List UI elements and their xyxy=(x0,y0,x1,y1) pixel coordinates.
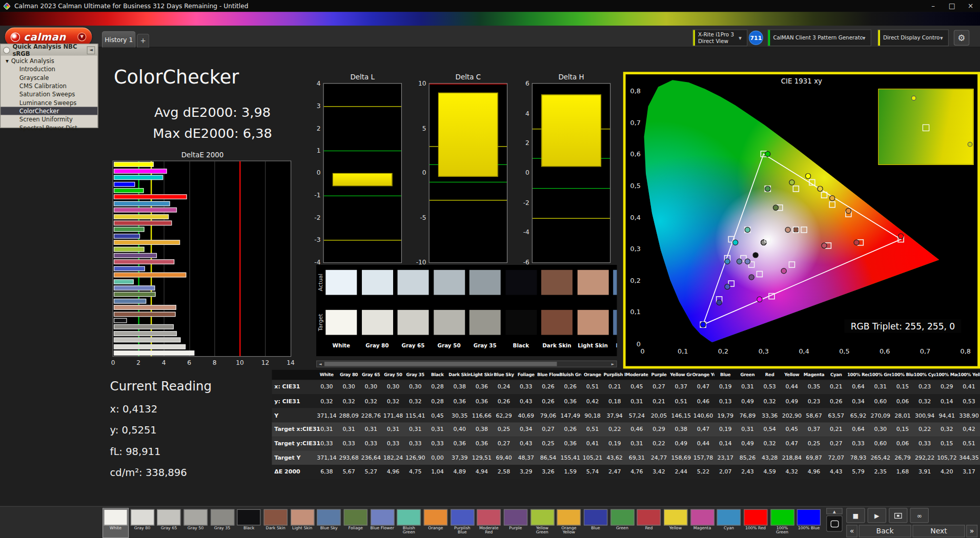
sidebar-item-introduction[interactable]: Introduction xyxy=(1,65,97,73)
pattern-swatch-gray-80[interactable]: Gray 80 xyxy=(130,509,155,537)
pattern-swatch-purplish-blue[interactable]: Purplish Blue xyxy=(450,509,475,537)
table-cell: 0,54 xyxy=(759,426,781,432)
pattern-generator-select[interactable]: CalMAN Client 3 Pattern Generator ▼ xyxy=(767,29,871,46)
measured-point-light-skin xyxy=(785,227,790,232)
compare-scrollbar[interactable]: ◄ ► xyxy=(316,361,617,367)
pin-icon[interactable] xyxy=(3,47,10,53)
table-cell: 265,42 xyxy=(869,454,891,461)
table-cell: 4,96 xyxy=(803,469,825,475)
table-cell: 0,15 xyxy=(891,384,913,390)
pattern-swatch-purple[interactable]: Purple xyxy=(503,509,528,537)
pattern-swatch-yellow-green[interactable]: Yellow Green xyxy=(529,509,555,537)
maximize-button[interactable]: □ xyxy=(943,0,962,12)
pattern-swatch-yellow[interactable]: Yellow xyxy=(663,509,688,537)
settings-button[interactable]: ⚙ xyxy=(954,30,969,46)
column-header: Bluish Green xyxy=(559,373,581,378)
delta-c-plot xyxy=(429,83,508,263)
pattern-swatch-blue[interactable]: Blue xyxy=(583,509,608,537)
axis-tick-label: 0,7 xyxy=(627,118,641,126)
pattern-swatch-100-blue[interactable]: 100% Blue xyxy=(797,509,822,537)
pattern-swatch-blue-sky[interactable]: Blue Sky xyxy=(316,509,341,537)
meter-select[interactable]: X-Rite i1Pro 3 Direct View ▼ xyxy=(692,29,747,46)
column-header: Yellow xyxy=(781,373,803,378)
tab-history-1[interactable]: History 1 xyxy=(102,31,136,48)
table-cell: 48,37 xyxy=(515,454,537,461)
swatch-color xyxy=(584,509,607,526)
swatch-color xyxy=(610,509,634,526)
sidebar-item-grayscale[interactable]: Grayscale xyxy=(1,73,97,81)
table-cell: 3,42 xyxy=(648,469,670,475)
snapshot-button[interactable] xyxy=(889,508,908,523)
pattern-swatch-foliage[interactable]: Foliage xyxy=(343,509,368,537)
table-cell: 4,43 xyxy=(825,469,847,475)
pattern-swatch-green[interactable]: Green xyxy=(610,509,635,537)
sidebar-item-cms-calibration[interactable]: CMS Calibration xyxy=(1,81,97,90)
pattern-swatch-bluish-green[interactable]: Bluish Green xyxy=(396,509,421,537)
measured-point-purple xyxy=(749,275,754,280)
deltae-x-axis: 02468101214 xyxy=(112,359,292,367)
table-cell: 0,18 xyxy=(604,398,626,404)
table-cell: 0,45 xyxy=(781,426,803,432)
sidebar-item-colorchecker[interactable]: ColorChecker xyxy=(1,107,97,115)
add-tab-button[interactable]: + xyxy=(137,34,149,48)
pattern-swatch-orange-yellow[interactable]: Orange Yellow xyxy=(557,509,582,537)
pattern-swatch-orange[interactable]: Orange xyxy=(423,509,448,537)
pattern-swatch-cyan[interactable]: Cyan xyxy=(717,509,742,537)
next-button[interactable]: Next xyxy=(912,525,965,537)
back-chevrons-button[interactable]: « xyxy=(846,525,858,537)
sidebar-root-node[interactable]: ▾ Quick Analysis xyxy=(1,57,97,65)
swatch-color xyxy=(371,509,394,526)
pattern-swatch-blue-flower[interactable]: Blue Flower xyxy=(370,509,395,537)
sidebar-item-spectral-power-dist-[interactable]: Spectral Power Dist. xyxy=(1,123,97,132)
minimize-button[interactable]: – xyxy=(924,0,943,12)
table-cell: 0,36 xyxy=(559,398,581,404)
deltae-chart xyxy=(112,160,291,357)
pattern-swatch-white[interactable]: White xyxy=(103,509,128,537)
scrollbar-thumb[interactable] xyxy=(324,362,557,366)
pattern-swatch-100-red[interactable]: 100% Red xyxy=(743,509,768,537)
table-cell: 300,94 xyxy=(914,412,936,418)
column-header: 100% Blue xyxy=(891,373,913,378)
table-cell: 69,40 xyxy=(493,454,515,461)
pattern-swatch-magenta[interactable]: Magenta xyxy=(690,509,715,537)
actual-swatch-light-skin xyxy=(577,270,608,295)
pattern-swatch-dark-skin[interactable]: Dark Skin xyxy=(263,509,288,537)
table-cell: 0,49 xyxy=(781,398,803,404)
table-cell: 105,72 xyxy=(936,454,958,461)
collapse-sidebar-button[interactable]: ◄ xyxy=(87,46,95,54)
table-cell: 0,33 xyxy=(426,441,448,447)
display-control-select[interactable]: Direct Display Control ▼ xyxy=(877,29,949,46)
axis-tick-label: 5 xyxy=(409,125,426,131)
calman-logo-icon xyxy=(11,32,20,42)
table-cell: 0,46 xyxy=(626,426,648,432)
play-button[interactable]: ▶ xyxy=(868,508,887,523)
pattern-swatch-100-green[interactable]: 100% Green xyxy=(770,509,795,537)
close-button[interactable]: × xyxy=(961,0,980,12)
scroll-left-icon[interactable]: ◄ xyxy=(317,361,323,367)
pattern-swatch-black[interactable]: Black xyxy=(236,509,261,537)
sidebar-item-saturation-sweeps[interactable]: Saturation Sweeps xyxy=(1,90,97,98)
stop-button[interactable]: ■ xyxy=(846,508,865,523)
sidebar-item-luminance-sweeps[interactable]: Luminance Sweeps xyxy=(1,98,97,107)
pattern-swatch-moderate-red[interactable]: Moderate Red xyxy=(476,509,501,537)
pattern-swatch-light-skin[interactable]: Light Skin xyxy=(290,509,315,537)
sidebar-item-screen-uniformity[interactable]: Screen Uniformity xyxy=(1,115,97,123)
table-cell: 69,31 xyxy=(626,454,648,461)
continuous-read-button[interactable]: ∞ xyxy=(910,508,929,523)
pattern-swatch-gray-50[interactable]: Gray 50 xyxy=(183,509,208,537)
pattern-window-button[interactable] xyxy=(826,515,843,532)
next-chevrons-button[interactable]: » xyxy=(966,525,977,537)
pattern-swatch-gray-65[interactable]: Gray 65 xyxy=(156,509,181,537)
deltae-bar-white xyxy=(114,350,195,356)
column-header: 100% Cyan xyxy=(914,373,936,378)
table-cell: 157,78 xyxy=(692,454,714,461)
column-header: Magenta xyxy=(803,373,825,378)
swatch-label: Foliage xyxy=(343,526,368,531)
pattern-swatch-red[interactable]: Red xyxy=(637,509,662,537)
back-button[interactable]: Back xyxy=(859,525,911,537)
expand-swatch-bar-button[interactable]: ▲ xyxy=(826,508,843,514)
swatch-label: 100% Red xyxy=(743,526,768,531)
scroll-right-icon[interactable]: ► xyxy=(609,361,616,367)
delta-bar xyxy=(541,94,601,167)
pattern-swatch-gray-35[interactable]: Gray 35 xyxy=(210,509,235,537)
